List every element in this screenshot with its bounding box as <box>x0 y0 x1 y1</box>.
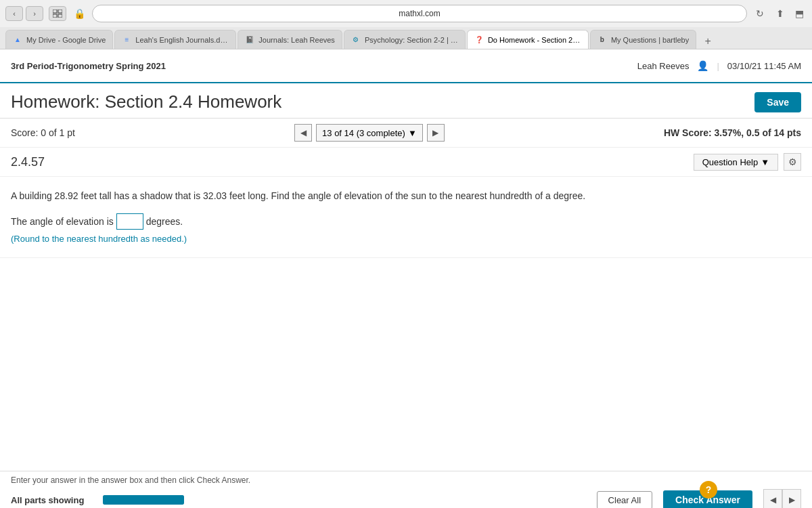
tab-homework[interactable]: ❓ Do Homework - Section 2.4 H... <box>467 30 589 49</box>
tab-bartleby[interactable]: b My Questions | bartleby <box>590 30 696 49</box>
progress-bar <box>103 495 184 505</box>
tab-leaheng-label: Leah's English Journals.docx -... <box>135 36 229 44</box>
url-text: mathxl.com <box>399 9 440 18</box>
address-bar[interactable]: mathxl.com <box>92 5 747 22</box>
tabs-bar: ▲ My Drive - Google Drive ≡ Leah's Engli… <box>0 27 812 49</box>
security-icon: 🔒 <box>72 6 87 21</box>
question-help-label: Question Help <box>702 157 758 167</box>
prev-question-button[interactable]: ◀ <box>294 124 312 142</box>
progress-text: 13 of 14 (3 complete) <box>322 128 405 138</box>
parts-showing-label: All parts showing <box>11 495 92 505</box>
reload-button[interactable]: ↻ <box>752 6 767 21</box>
tab-bartleby-label: My Questions | bartleby <box>611 36 689 44</box>
new-tab-button[interactable]: + <box>700 34 715 49</box>
journals-favicon: 📓 <box>245 35 254 45</box>
psych-favicon: ⚙ <box>351 35 361 45</box>
problem-text: A building 28.92 feet tall has a shadow … <box>11 190 801 201</box>
tab-journals[interactable]: 📓 Journals: Leah Reeves <box>238 30 342 49</box>
browser-actions: ⬆ ⬒ <box>773 6 807 21</box>
tab-journals-label: Journals: Leah Reeves <box>258 36 335 44</box>
svg-rect-0 <box>53 9 57 13</box>
tab-gdrive[interactable]: ▲ My Drive - Google Drive <box>5 30 113 49</box>
page-wrapper: ‹ › 🔒 mathxl.com ↻ ⬆ ⬒ ▲ My Drive - Goog… <box>0 0 812 508</box>
bottom-nav-arrows: ◀ ▶ <box>763 489 801 508</box>
save-button[interactable]: Save <box>754 92 801 112</box>
help-circle-button[interactable]: ? <box>700 481 717 499</box>
answer-prefix: The angle of elevation is <box>11 216 114 227</box>
answer-line: The angle of elevation is degrees. <box>11 213 801 230</box>
browser-chrome: ‹ › 🔒 mathxl.com ↻ ⬆ ⬒ ▲ My Drive - Goog… <box>0 0 812 49</box>
course-title: 3rd Period-Trigonometry Spring 2021 <box>11 61 166 71</box>
instructions-text: Enter your answer in the answer box and … <box>11 475 250 485</box>
nav-buttons: ‹ › <box>5 6 43 21</box>
divider: | <box>717 61 719 71</box>
question-number: 2.4.57 <box>11 155 45 169</box>
progress-dropdown[interactable]: 13 of 14 (3 complete) ▼ <box>316 124 423 142</box>
tab-psych-label: Psychology: Section 2-2 | Sch... <box>365 36 458 44</box>
datetime: 03/10/21 11:45 AM <box>727 61 801 71</box>
user-name: Leah Reeves <box>637 61 690 71</box>
forward-button[interactable]: › <box>26 6 43 21</box>
app-header: 3rd Period-Trigonometry Spring 2021 Leah… <box>0 49 812 83</box>
user-icon: 👤 <box>697 60 708 71</box>
tab-leaheng[interactable]: ≡ Leah's English Journals.docx -... <box>114 30 236 49</box>
gdrive-favicon: ▲ <box>13 35 22 45</box>
question-help-button[interactable]: Question Help ▼ <box>694 154 778 171</box>
hw-title: Homework: Section 2.4 Homework <box>11 91 281 112</box>
tab-gdrive-label: My Drive - Google Drive <box>26 36 106 44</box>
question-nav-controls: ◀ 13 of 14 (3 complete) ▼ ▶ <box>294 124 445 142</box>
help-dropdown-arrow-icon: ▼ <box>761 157 769 167</box>
question-help-area: Question Help ▼ ⚙ <box>694 153 801 171</box>
question-header: 2.4.57 Question Help ▼ ⚙ <box>0 148 812 177</box>
share-button[interactable]: ⬆ <box>773 6 788 21</box>
answer-suffix: degrees. <box>146 216 183 227</box>
svg-rect-1 <box>58 9 62 13</box>
hw-score-label: HW Score: 3.57%, 0.5 of 14 pts <box>664 127 801 138</box>
score-row: Score: 0 of 1 pt ◀ 13 of 14 (3 complete)… <box>0 119 812 148</box>
tab-view-button[interactable] <box>49 6 66 21</box>
homework-favicon: ❓ <box>474 35 484 45</box>
score-label: Score: 0 of 1 pt <box>11 127 75 138</box>
tab-psych[interactable]: ⚙ Psychology: Section 2-2 | Sch... <box>344 30 466 49</box>
clear-all-button[interactable]: Clear All <box>597 491 652 509</box>
bottom-controls: All parts showing Clear All Check Answer… <box>0 486 812 508</box>
dropdown-arrow-icon: ▼ <box>408 128 417 138</box>
problem-area: A building 28.92 feet tall has a shadow … <box>0 177 812 258</box>
progress-bar-fill <box>103 495 184 505</box>
svg-rect-2 <box>53 14 57 18</box>
hw-header: Homework: Section 2.4 Homework Save <box>0 83 812 119</box>
back-button[interactable]: ‹ <box>5 6 23 21</box>
bartleby-favicon: b <box>597 35 607 45</box>
new-window-button[interactable]: ⬒ <box>792 6 807 21</box>
bottom-instructions: Enter your answer in the answer box and … <box>0 471 812 486</box>
settings-button[interactable]: ⚙ <box>784 153 801 171</box>
user-info: Leah Reeves 👤 | 03/10/21 11:45 AM <box>637 60 801 71</box>
tab-homework-label: Do Homework - Section 2.4 H... <box>488 36 581 44</box>
bottom-bar: Enter your answer in the answer box and … <box>0 471 812 508</box>
gear-icon: ⚙ <box>788 156 797 167</box>
bottom-prev-button[interactable]: ◀ <box>763 489 782 508</box>
help-circle-icon: ? <box>706 484 712 495</box>
answer-input[interactable] <box>116 213 143 230</box>
leaheng-favicon: ≡ <box>122 35 131 45</box>
hint-text: (Round to the nearest hundredth as neede… <box>11 234 801 244</box>
app-scrollable: 3rd Period-Trigonometry Spring 2021 Leah… <box>0 49 812 508</box>
next-question-button[interactable]: ▶ <box>427 124 445 142</box>
bottom-next-button[interactable]: ▶ <box>782 489 801 508</box>
browser-toolbar: ‹ › 🔒 mathxl.com ↻ ⬆ ⬒ <box>0 0 812 27</box>
svg-rect-3 <box>58 14 62 18</box>
